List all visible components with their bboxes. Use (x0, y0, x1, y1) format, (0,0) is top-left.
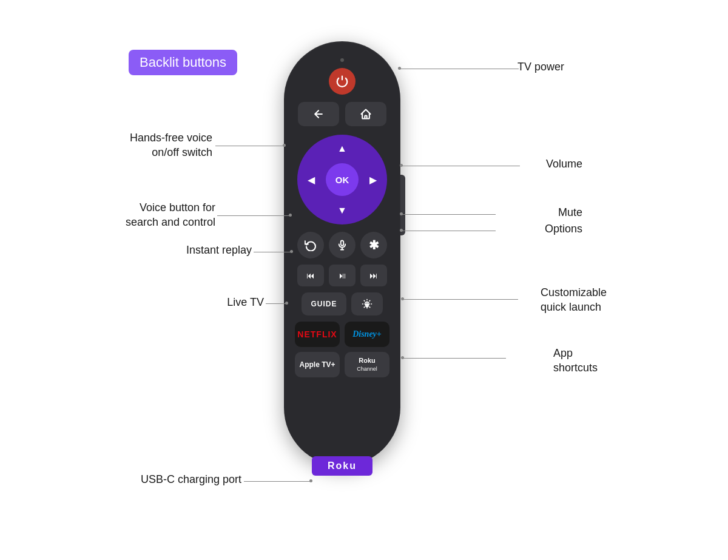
usb-c-label: USB-C charging port (90, 472, 241, 487)
instant-replay-dot (290, 250, 293, 253)
home-button[interactable] (345, 102, 386, 126)
volume-label: Volume (546, 157, 582, 171)
volume-side-strip (400, 175, 405, 235)
volume-dot (400, 164, 403, 167)
rewind-button[interactable]: ⏮ (297, 265, 324, 286)
instant-replay-line (254, 252, 291, 252)
hands-free-label: Hands-free voiceon/off switch (94, 130, 212, 160)
backlit-buttons-badge: Backlit buttons (129, 50, 237, 75)
play-pause-button[interactable]: ⏯ (329, 265, 356, 286)
mute-dot (400, 212, 403, 215)
app-row-2: Apple TV+ RokuChannel (295, 352, 389, 377)
netflix-button[interactable]: NETFLIX (295, 322, 340, 347)
svg-rect-0 (341, 241, 344, 246)
voice-button-dot (289, 214, 292, 217)
volume-line (402, 166, 520, 166)
back-home-row (298, 102, 386, 126)
fast-forward-button[interactable]: ⏭ (360, 265, 387, 286)
live-tv-dot (285, 302, 288, 305)
replay-button[interactable] (297, 232, 324, 258)
dpad-left[interactable]: ◀ (301, 169, 322, 190)
guide-row: GUIDE (302, 292, 383, 315)
dpad-right[interactable]: ▶ (363, 169, 383, 190)
mic-button[interactable] (329, 232, 356, 258)
dpad-up[interactable]: ▲ (332, 138, 352, 159)
app-shortcuts-line (403, 358, 506, 359)
roku-channel-button[interactable]: RokuChannel (345, 352, 389, 377)
options-line (402, 231, 496, 231)
quick-launch-button[interactable] (351, 292, 383, 315)
app-row-1: NETFLIX Disney+ (295, 322, 389, 347)
ok-button[interactable]: OK (326, 163, 359, 196)
options-dot (400, 229, 403, 232)
back-button[interactable] (298, 102, 339, 126)
disney-button[interactable]: Disney+ (345, 322, 389, 347)
app-shortcuts-label: Appshortcuts (553, 346, 598, 376)
mute-line (402, 214, 496, 215)
customizable-line (403, 299, 518, 300)
tv-power-line (400, 69, 519, 69)
media-row: ⏮ ⏯ ⏭ (297, 265, 387, 286)
hands-free-dot (283, 144, 286, 147)
usb-c-line (244, 481, 311, 482)
mute-label: Mute (558, 205, 582, 220)
roku-logo: Roku (312, 456, 372, 476)
voice-button-label: Voice button forsearch and control (82, 200, 215, 230)
live-tv-line (266, 303, 286, 304)
dpad: ▲ ▼ ◀ ▶ OK (297, 135, 387, 224)
voice-button-line (217, 215, 290, 216)
dpad-down[interactable]: ▼ (332, 200, 352, 221)
customizable-label: Customizablequick launch (541, 285, 607, 315)
app-shortcuts-dot (401, 356, 404, 359)
guide-button[interactable]: GUIDE (302, 292, 346, 315)
customizable-dot (401, 297, 404, 300)
live-tv-label: Live TV (170, 295, 264, 309)
power-button[interactable] (329, 68, 356, 95)
appletv-button[interactable]: Apple TV+ (295, 352, 340, 377)
instant-replay-label: Instant replay (146, 243, 252, 257)
usb-c-dot (309, 479, 312, 482)
options-label: Options (545, 221, 582, 236)
control-row: ✱ (297, 232, 387, 258)
ir-dot (340, 58, 344, 62)
options-button[interactable]: ✱ (360, 232, 387, 258)
remote-control: ▲ ▼ ◀ ▶ OK ✱ ⏮ ⏯ ⏭ GUIDE (284, 41, 400, 466)
tv-power-dot-left (398, 67, 401, 70)
tv-power-label: TV power (517, 59, 564, 74)
hands-free-line (215, 146, 285, 146)
